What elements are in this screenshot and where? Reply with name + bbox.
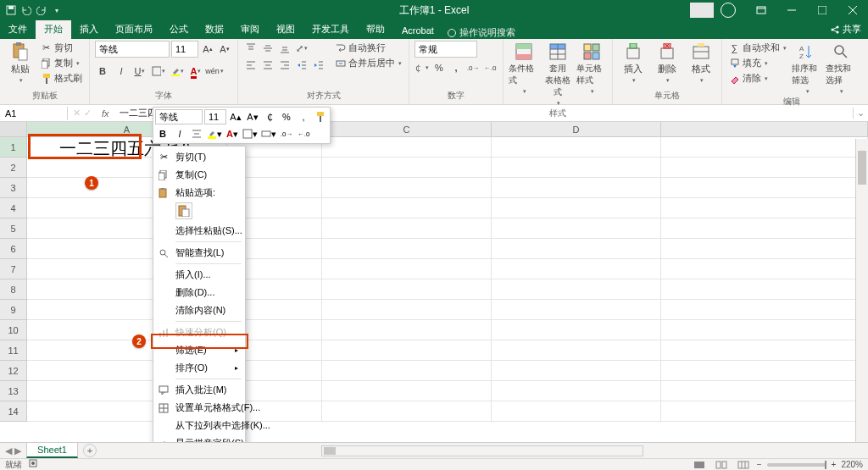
cell-D13[interactable] — [492, 381, 661, 401]
row-header-8[interactable]: 8 — [0, 279, 27, 300]
tab-formulas[interactable]: 公式 — [161, 20, 197, 39]
mini-italic-icon[interactable]: I — [172, 126, 187, 141]
cell-C3[interactable] — [322, 178, 492, 198]
autosum-button[interactable]: ∑自动求和▾ — [727, 41, 788, 55]
fx-icon[interactable]: fx — [97, 108, 114, 119]
paste-button[interactable]: 粘贴 ▾ — [5, 41, 36, 84]
align-middle-icon[interactable] — [260, 41, 275, 56]
phonetic-button[interactable]: wén▾ — [207, 64, 222, 79]
vertical-scrollbar[interactable] — [855, 139, 868, 442]
name-box[interactable]: A1 — [0, 107, 68, 120]
zoom-slider[interactable] — [767, 463, 826, 467]
mini-fill-color-icon[interactable]: ▾ — [206, 126, 223, 141]
row-header-9[interactable]: 9 — [0, 300, 27, 320]
tab-help[interactable]: 帮助 — [358, 20, 393, 39]
tab-insert[interactable]: 插入 — [71, 20, 107, 39]
cell-C6[interactable] — [322, 239, 492, 259]
cell-D7[interactable] — [492, 259, 661, 279]
ctx-filter[interactable]: 筛选(E)▸ — [153, 341, 245, 359]
ctx-insert-comment[interactable]: 插入批注(M) — [153, 381, 245, 399]
macro-record-icon[interactable] — [29, 459, 37, 471]
cell-rest-13[interactable] — [661, 381, 868, 401]
cell-C8[interactable] — [322, 279, 492, 300]
horizontal-scrollbar[interactable] — [97, 445, 868, 456]
cell-rest-9[interactable] — [661, 300, 868, 320]
row-header-10[interactable]: 10 — [0, 320, 27, 340]
cell-D14[interactable] — [492, 401, 661, 422]
col-header-D[interactable]: D — [492, 122, 661, 136]
insert-cells-button[interactable]: 插入▾ — [618, 41, 648, 84]
cell-C5[interactable] — [322, 218, 492, 239]
mini-font-color-icon[interactable]: A▾ — [225, 126, 240, 141]
close-button[interactable] — [837, 0, 868, 20]
mini-accounting-icon[interactable]: ₵ — [262, 109, 277, 124]
cell-rest-4[interactable] — [661, 198, 868, 218]
cell-rest-6[interactable] — [661, 239, 868, 259]
cell-D5[interactable] — [492, 218, 661, 239]
account-avatar[interactable] — [690, 3, 714, 18]
comma-format-icon[interactable]: , — [448, 60, 464, 75]
percent-format-icon[interactable]: % — [431, 60, 447, 75]
col-header-rest[interactable] — [661, 122, 868, 136]
font-size-input[interactable] — [171, 41, 198, 58]
cell-rest-10[interactable] — [661, 320, 868, 340]
number-format-select[interactable] — [415, 41, 477, 58]
ctx-copy[interactable]: 复制(C) — [153, 166, 245, 184]
cell-C2[interactable] — [322, 158, 492, 178]
row-header-13[interactable]: 13 — [0, 381, 27, 401]
mini-align-icon[interactable] — [189, 126, 204, 141]
ctx-format-cells[interactable]: 设置单元格格式(F)... — [153, 399, 245, 417]
row-header-7[interactable]: 7 — [0, 259, 27, 279]
tell-me-search[interactable]: 操作说明搜索 — [448, 26, 515, 39]
ctx-paste-special[interactable]: 选择性粘贴(S)... — [153, 222, 245, 240]
cell-C1[interactable] — [322, 137, 492, 158]
enter-formula-icon[interactable]: ✓ — [84, 108, 92, 119]
mini-border-icon[interactable]: ▾ — [242, 126, 259, 141]
find-select-button[interactable]: 查找和选择▾ — [826, 41, 856, 95]
ctx-cut[interactable]: ✂剪切(T) — [153, 148, 245, 166]
sheet-nav[interactable]: ◀ ▶ — [0, 445, 26, 456]
delete-cells-button[interactable]: 删除▾ — [652, 41, 682, 84]
cell-D11[interactable] — [492, 340, 661, 361]
cell-rest-1[interactable] — [661, 137, 868, 158]
underline-button[interactable]: U▾ — [132, 64, 147, 79]
view-page-layout-icon[interactable] — [713, 460, 730, 470]
cell-rest-2[interactable] — [661, 158, 868, 178]
cell-C12[interactable] — [322, 361, 492, 381]
conditional-format-button[interactable]: 条件格式▾ — [509, 41, 539, 95]
cancel-formula-icon[interactable]: ✕ — [73, 108, 81, 119]
mini-bold-icon[interactable]: B — [155, 126, 170, 141]
row-header-6[interactable]: 6 — [0, 239, 27, 259]
tab-file[interactable]: 文件 — [0, 20, 36, 39]
zoom-in-icon[interactable]: + — [832, 460, 837, 469]
accounting-format-icon[interactable]: ₵▾ — [415, 60, 430, 75]
format-as-table-button[interactable]: 套用 表格格式▾ — [542, 41, 573, 107]
fill-color-button[interactable]: ▾ — [170, 64, 185, 79]
cell-D4[interactable] — [492, 198, 661, 218]
mini-font-name[interactable] — [155, 109, 203, 124]
save-icon[interactable] — [5, 4, 17, 16]
font-color-button[interactable]: A▾ — [188, 64, 203, 79]
cut-button[interactable]: ✂剪切 — [39, 41, 84, 55]
format-cells-button[interactable]: 格式▾ — [686, 41, 716, 84]
view-page-break-icon[interactable] — [735, 460, 752, 470]
format-painter-button[interactable]: 格式刷 — [39, 71, 84, 86]
row-header-4[interactable]: 4 — [0, 198, 27, 218]
tab-data[interactable]: 数据 — [197, 20, 232, 39]
expand-formula-bar-icon[interactable]: ⌄ — [853, 108, 868, 119]
align-top-icon[interactable] — [243, 41, 259, 56]
ctx-smart-lookup[interactable]: 智能查找(L) — [153, 244, 245, 262]
align-bottom-icon[interactable] — [277, 41, 292, 56]
ribbon-options-icon[interactable] — [746, 0, 776, 20]
merge-button[interactable]: 合并后居中▾ — [333, 56, 403, 70]
cell-D9[interactable] — [492, 300, 661, 320]
align-right-icon[interactable] — [277, 58, 292, 73]
maximize-button[interactable] — [807, 0, 837, 20]
mini-comma-icon[interactable]: , — [296, 109, 311, 124]
cell-D2[interactable] — [492, 158, 661, 178]
decrease-font-icon[interactable]: A▾ — [217, 41, 232, 57]
orientation-icon[interactable]: ⤢▾ — [294, 41, 309, 56]
cell-D8[interactable] — [492, 279, 661, 300]
tab-home[interactable]: 开始 — [36, 20, 71, 39]
qat-dropdown-icon[interactable]: ▾ — [51, 4, 63, 16]
